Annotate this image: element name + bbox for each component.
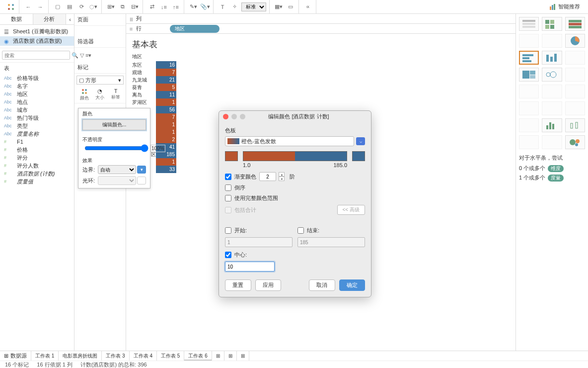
- sheet-tab[interactable]: 工作表 4: [130, 351, 157, 361]
- chart-gantt[interactable]: [519, 135, 539, 149]
- chart-map-symbol[interactable]: [519, 34, 539, 48]
- halo-select[interactable]: [98, 176, 136, 185]
- border-toggle-icon[interactable]: ▾: [137, 166, 146, 174]
- apply-button[interactable]: 应用: [255, 279, 282, 291]
- fit-select[interactable]: 标准: [241, 2, 266, 11]
- label-icon[interactable]: T: [218, 2, 227, 12]
- duplicate-icon[interactable]: ⧉: [118, 2, 128, 12]
- sort-desc-icon[interactable]: ↑≡: [171, 2, 181, 12]
- share-icon[interactable]: ∝: [303, 2, 313, 12]
- show-me-button[interactable]: 智能推荐: [549, 3, 585, 10]
- back-icon[interactable]: ←: [23, 2, 33, 12]
- chart-scatter[interactable]: [519, 118, 539, 132]
- highlight-icon[interactable]: ✎▾: [188, 2, 198, 12]
- field-measure[interactable]: #评分人数: [0, 162, 74, 170]
- field-dimension[interactable]: Abc度量名称: [0, 130, 74, 138]
- sort-asc-icon[interactable]: ↓≡: [159, 2, 169, 12]
- end-color-swatch[interactable]: [352, 151, 365, 161]
- clear-icon[interactable]: ⊟▾: [130, 2, 140, 12]
- refresh-icon[interactable]: ⟳: [76, 2, 86, 12]
- step-down-icon[interactable]: ▾: [279, 177, 285, 181]
- pause-icon[interactable]: ◌▾: [88, 2, 98, 12]
- stepped-color-checkbox[interactable]: [225, 174, 231, 180]
- new-dashboard-tab[interactable]: ⊞: [224, 351, 237, 361]
- chart-area-disc[interactable]: [542, 101, 562, 115]
- tab-analysis[interactable]: 分析: [33, 14, 67, 24]
- reverse-checkbox[interactable]: [225, 184, 231, 191]
- new-data-icon[interactable]: ▤: [65, 2, 74, 12]
- center-checkbox[interactable]: [225, 252, 231, 258]
- chart-histogram[interactable]: [542, 118, 562, 132]
- tab-data[interactable]: 数据: [0, 14, 33, 24]
- sheet-tab[interactable]: 工作表 3: [102, 351, 129, 361]
- marks-label-button[interactable]: T 标签: [108, 87, 124, 103]
- palette-select[interactable]: 橙色-蓝色发散: [225, 136, 354, 146]
- end-checkbox[interactable]: [297, 227, 304, 234]
- border-select[interactable]: 自动: [98, 165, 136, 174]
- field-measure[interactable]: #F1: [0, 138, 74, 146]
- new-sheet-icon[interactable]: ⊞▾: [106, 2, 116, 12]
- chart-text-table[interactable]: [519, 17, 539, 31]
- sheet-tab[interactable]: 电影票房折线图: [59, 351, 102, 361]
- step-up-icon[interactable]: ▴: [279, 172, 285, 177]
- logo-icon[interactable]: [6, 2, 16, 12]
- reset-button[interactable]: 重置: [225, 279, 251, 291]
- full-range-checkbox[interactable]: [225, 195, 231, 201]
- opacity-slider[interactable]: [84, 144, 148, 152]
- field-measure[interactable]: #价格: [0, 146, 74, 154]
- field-dimension[interactable]: Abc城市: [0, 106, 74, 114]
- field-measure[interactable]: #度量值: [0, 178, 74, 185]
- chart-pie[interactable]: [565, 34, 585, 48]
- start-color-swatch[interactable]: [225, 151, 238, 161]
- sheet-tab[interactable]: 工作表 1: [31, 351, 59, 361]
- chart-hbar[interactable]: [519, 51, 539, 65]
- chart-line-disc[interactable]: [542, 85, 562, 98]
- field-dimension[interactable]: Abc名字: [0, 82, 74, 90]
- collapse-pane-icon[interactable]: ‹: [66, 14, 74, 24]
- presentation-icon[interactable]: ▭: [286, 2, 295, 12]
- field-measure[interactable]: #酒店数据 (计数): [0, 170, 74, 178]
- chart-side-circle[interactable]: [565, 68, 585, 82]
- save-icon[interactable]: ▢: [53, 2, 63, 12]
- chart-circle[interactable]: [542, 68, 562, 82]
- marks-color-button[interactable]: 颜色: [76, 87, 92, 103]
- new-sheet-tab[interactable]: ⊞: [212, 351, 224, 361]
- chart-bullet[interactable]: [542, 135, 562, 149]
- steps-input[interactable]: [259, 172, 276, 181]
- halo-toggle-icon[interactable]: [137, 177, 146, 184]
- field-measure[interactable]: #评分: [0, 154, 74, 162]
- edit-colors-button[interactable]: 编辑颜色...: [82, 119, 146, 130]
- cancel-button[interactable]: 取消: [309, 279, 335, 291]
- chart-side-bar[interactable]: [565, 51, 585, 65]
- chart-line-cont[interactable]: [519, 85, 539, 98]
- chart-packed-bubble[interactable]: [565, 135, 585, 149]
- datasource-item[interactable]: ◉ 酒店数据 (酒店数据): [0, 36, 74, 46]
- field-dimension[interactable]: Abc价格等级: [0, 74, 74, 82]
- palette-dropdown-icon[interactable]: ⌵: [356, 137, 365, 145]
- ok-button[interactable]: 确定: [339, 279, 366, 291]
- chart-stacked-bar[interactable]: [542, 51, 562, 65]
- sheet-tab[interactable]: 工作表 5: [157, 351, 184, 361]
- datasource-item[interactable]: ☰ Sheet1 (豆瓣电影数据): [0, 27, 74, 36]
- field-dimension[interactable]: Abc地区: [0, 90, 74, 98]
- pin-icon[interactable]: ✧: [229, 2, 239, 12]
- chart-dual-combo[interactable]: [565, 101, 585, 115]
- close-icon[interactable]: [223, 114, 228, 119]
- advanced-button[interactable]: << 高级: [337, 205, 365, 215]
- chart-treemap[interactable]: [519, 68, 539, 82]
- mark-type-select[interactable]: ▢ 方形▾: [76, 76, 124, 85]
- chart-map-filled[interactable]: [542, 34, 562, 48]
- chart-dual-line[interactable]: [565, 85, 585, 98]
- chart-highlight-table[interactable]: [565, 17, 585, 31]
- marks-size-button[interactable]: ◔ 大小: [92, 87, 108, 103]
- new-story-tab[interactable]: ⊞: [237, 351, 249, 361]
- field-dimension[interactable]: Abc热门等级: [0, 114, 74, 122]
- chart-boxplot[interactable]: [565, 118, 585, 132]
- show-cards-icon[interactable]: ▦▾: [274, 2, 284, 12]
- field-dimension[interactable]: Abc地点: [0, 98, 74, 106]
- swap-icon[interactable]: ⇄: [147, 2, 157, 12]
- start-checkbox[interactable]: [225, 227, 231, 234]
- field-dimension[interactable]: Abc类型: [0, 122, 74, 130]
- chart-heatmap[interactable]: [542, 17, 562, 31]
- attach-icon[interactable]: 📎▾: [200, 2, 210, 12]
